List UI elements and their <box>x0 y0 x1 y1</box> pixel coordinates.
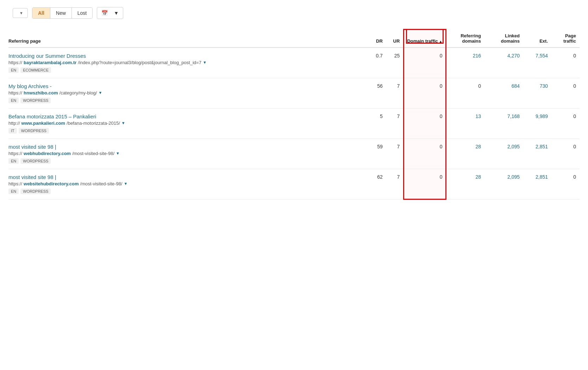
cell-ext[interactable]: 9,989 <box>523 108 551 138</box>
calendar-icon: 📅 <box>101 10 108 16</box>
cell-referring-domains[interactable]: 13 <box>446 108 484 138</box>
tags: ENWORDPRESS <box>8 98 363 103</box>
filter-lost-button[interactable]: Lost <box>72 8 92 18</box>
cell-dr: 56 <box>367 78 386 108</box>
col-header-dr[interactable]: DR <box>367 30 386 48</box>
url-dropdown-arrow[interactable]: ▼ <box>124 181 127 186</box>
url-prefix: https:// <box>8 60 22 65</box>
tag: EN <box>8 158 19 164</box>
filter-new-button[interactable]: New <box>50 8 72 18</box>
table-body: Introducing our Summer Dresses https://b… <box>8 48 580 199</box>
ext-link[interactable]: 7,554 <box>536 53 548 58</box>
cell-ur: 7 <box>386 169 404 199</box>
ext-link[interactable]: 9,989 <box>536 113 548 119</box>
links-table-wrap: Referring page DR UR Domain traffic Refe… <box>8 29 580 200</box>
url-line: https://bayraktarambalaj.com.tr/index.ph… <box>8 60 363 65</box>
cell-linked-domains[interactable]: 4,270 <box>484 48 523 78</box>
url-domain-link[interactable]: hnwszhibo.com <box>24 90 58 95</box>
url-dropdown-arrow[interactable]: ▼ <box>203 60 207 64</box>
col-header-domain-traffic-label: Domain traffic <box>407 38 442 44</box>
url-prefix: http:// <box>8 121 20 126</box>
domain-filter-dropdown[interactable]: ▼ <box>13 8 28 18</box>
url-dropdown-arrow[interactable]: ▼ <box>116 151 120 155</box>
cell-linked-domains[interactable]: 2,095 <box>484 138 523 169</box>
tags: ENWORDPRESS <box>8 189 363 194</box>
url-domain-link[interactable]: www.pankalieri.com <box>21 121 65 126</box>
tags: ITWORDPRESS <box>8 128 363 134</box>
chevron-down-icon: ▼ <box>114 10 119 16</box>
toolbar: ▼ All New Lost 📅 ▼ <box>8 7 580 19</box>
cell-ext[interactable]: 7,554 <box>523 48 551 78</box>
url-line: https://hnwszhibo.com/category/my-blog/ … <box>8 90 363 95</box>
cell-referring-domains[interactable]: 216 <box>446 48 484 78</box>
col-header-page-traffic[interactable]: Pagetraffic <box>551 30 580 48</box>
cell-referring-domains[interactable]: 28 <box>446 169 484 199</box>
cell-page-traffic: 0 <box>551 169 580 199</box>
url-dropdown-arrow[interactable]: ▼ <box>98 91 102 95</box>
table-row: most visited site 98 | https://webhubdir… <box>8 138 580 169</box>
referring-domains-link[interactable]: 216 <box>473 53 481 58</box>
cell-ext[interactable]: 2,851 <box>523 138 551 169</box>
col-header-linked-domains[interactable]: Linkeddomains <box>484 30 523 48</box>
cell-page-traffic: 0 <box>551 138 580 169</box>
sort-icon: traffic <box>425 38 443 44</box>
cell-linked-domains[interactable]: 684 <box>484 78 523 108</box>
linked-domains-link[interactable]: 4,270 <box>507 53 520 58</box>
filter-group: All New Lost <box>32 7 93 19</box>
cell-dr: 0.7 <box>367 48 386 78</box>
url-path: /befana-motorizzata-2015/ <box>67 121 120 126</box>
referring-domains-link[interactable]: 28 <box>475 174 481 180</box>
linked-domains-link[interactable]: 2,095 <box>507 174 520 180</box>
url-prefix: https:// <box>8 151 22 156</box>
cell-page-traffic: 0 <box>551 78 580 108</box>
referring-domains-link[interactable]: 13 <box>475 113 481 119</box>
linked-domains-link[interactable]: 684 <box>512 83 520 89</box>
url-domain-link[interactable]: websitehubdirectory.com <box>24 181 79 186</box>
links-table: Referring page DR UR Domain traffic Refe… <box>8 29 580 200</box>
url-line: https://websitehubdirectory.com/most-vis… <box>8 181 363 186</box>
col-header-referring-domains[interactable]: Referringdomains <box>446 30 484 48</box>
cell-dr: 62 <box>367 169 386 199</box>
ext-link[interactable]: 730 <box>540 83 548 89</box>
linked-domains-link[interactable]: 7,168 <box>507 113 520 119</box>
col-header-ext[interactable]: Ext. <box>523 30 551 48</box>
cell-linked-domains[interactable]: 7,168 <box>484 108 523 138</box>
filter-all-button[interactable]: All <box>32 8 50 18</box>
cell-linked-domains[interactable]: 2,095 <box>484 169 523 199</box>
cell-domain-traffic: 0 <box>404 169 446 199</box>
linked-domains-link[interactable]: 2,095 <box>507 144 520 149</box>
tag: WORDPRESS <box>20 189 51 194</box>
page-title-link[interactable]: most visited site 98 | <box>8 144 363 150</box>
cell-referring-domains[interactable]: 28 <box>446 138 484 169</box>
cell-domain-traffic: 0 <box>404 78 446 108</box>
cell-ur: 7 <box>386 108 404 138</box>
cell-ext[interactable]: 2,851 <box>523 169 551 199</box>
cell-dr: 59 <box>367 138 386 169</box>
page-title-link[interactable]: Befana motorizzata 2015 – Pankalieri <box>8 113 363 119</box>
url-line: https://webhubdirectory.com/most-visited… <box>8 151 363 156</box>
col-header-ur[interactable]: UR <box>386 30 404 48</box>
cell-page: My blog Archives - https://hnwszhibo.com… <box>8 78 367 108</box>
ext-link[interactable]: 2,851 <box>536 174 548 180</box>
referring-domains-link[interactable]: 28 <box>475 144 481 149</box>
page-title-link[interactable]: Introducing our Summer Dresses <box>8 53 363 59</box>
cell-page-traffic: 0 <box>551 48 580 78</box>
url-dropdown-arrow[interactable]: ▼ <box>121 121 125 125</box>
cell-domain-traffic: 0 <box>404 108 446 138</box>
page-title-link[interactable]: My blog Archives - <box>8 83 363 89</box>
url-domain-link[interactable]: bayraktarambalaj.com.tr <box>24 60 76 65</box>
url-domain-link[interactable]: webhubdirectory.com <box>24 151 71 156</box>
cell-ur: 7 <box>386 78 404 108</box>
col-header-domain-traffic[interactable]: Domain traffic <box>404 30 446 48</box>
cell-page: Introducing our Summer Dresses https://b… <box>8 48 367 78</box>
page-title-link[interactable]: most visited site 98 | <box>8 174 363 180</box>
ext-link[interactable]: 2,851 <box>536 144 548 149</box>
tag: WORDPRESS <box>19 128 49 134</box>
cell-ext[interactable]: 730 <box>523 78 551 108</box>
history-dropdown[interactable]: 📅 ▼ <box>97 7 123 19</box>
col-header-page: Referring page <box>8 30 367 48</box>
cell-ur: 7 <box>386 138 404 169</box>
cell-page: most visited site 98 | https://websitehu… <box>8 169 367 199</box>
url-line: http://www.pankalieri.com/befana-motoriz… <box>8 121 363 126</box>
tags: ENECOMMERCE <box>8 67 363 73</box>
